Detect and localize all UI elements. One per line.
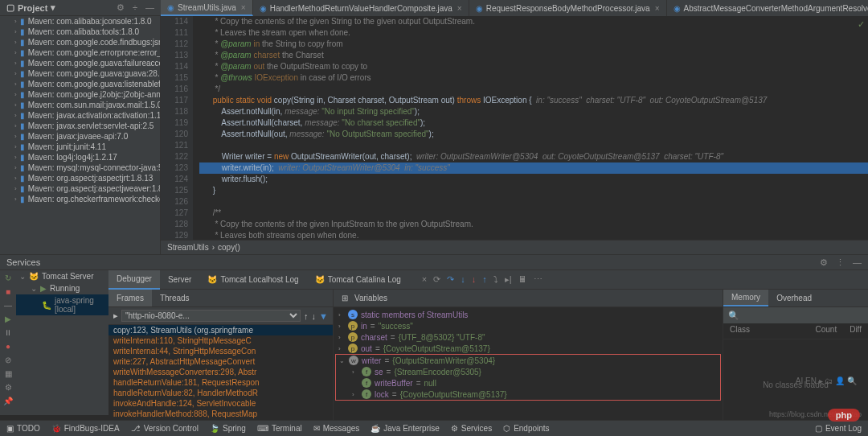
breadcrumb-method[interactable]: copy(): [218, 243, 240, 252]
services-label[interactable]: Services: [6, 257, 40, 267]
stack-frame[interactable]: writeInternal:44, StringHttpMessageCon: [108, 346, 333, 356]
library-tree-item[interactable]: ›▮Maven: mysql:mysql-connector-java:5.1.…: [0, 162, 160, 173]
trace-icon[interactable]: ⋯: [534, 274, 542, 285]
debug-sub-tab[interactable]: 🐱Tomcat Localhost Log: [199, 270, 306, 290]
drop-frame-icon[interactable]: ⤵: [493, 274, 498, 285]
variable-item[interactable]: fwriteBuffer = null: [336, 377, 720, 389]
debug-sub-tab[interactable]: Server: [160, 270, 199, 290]
project-tree[interactable]: ›▮Maven: com.alibaba:jconsole:1.8.0›▮Mav…: [0, 16, 161, 257]
variable-item[interactable]: ›flock = {CoyoteOutputStream@5137}: [336, 389, 720, 400]
library-tree-item[interactable]: ›▮Maven: com.google.j2objc:j2objc-annota…: [0, 89, 160, 100]
evaluate-icon[interactable]: 🖩: [518, 274, 527, 285]
bottom-tool-button[interactable]: 🐞FindBugs-IDEA: [51, 424, 120, 433]
stop-icon[interactable]: ■: [6, 287, 10, 296]
library-tree-item[interactable]: ›▮Maven: javax.activation:activation:1.1: [0, 110, 160, 121]
breadcrumb-class[interactable]: StreamUtils: [167, 243, 209, 252]
view-breakpoints-icon[interactable]: ●: [6, 342, 10, 351]
pause-icon[interactable]: ⏸: [4, 328, 12, 337]
breadcrumb[interactable]: StreamUtils › copy(): [161, 240, 868, 254]
run-configs-tree[interactable]: ⌄🐱Tomcat Server ⌄▶Running 🐛java-spring […: [16, 270, 108, 415]
library-tree-item[interactable]: ›▮Maven: com.alibaba:tools:1.8.0: [0, 27, 160, 37]
library-tree-item[interactable]: ›▮Maven: com.sun.mail:javax.mail:1.5.0: [0, 100, 160, 110]
bottom-tool-button[interactable]: ✉Messages: [313, 424, 360, 433]
library-tree-item[interactable]: ›▮Maven: com.google.guava:failureaccess:…: [0, 58, 160, 68]
bottom-tool-button[interactable]: ⌨Terminal: [257, 424, 302, 433]
library-tree-item[interactable]: ›▮Maven: javax.servlet:servlet-api:2.5: [0, 121, 160, 131]
stack-frame[interactable]: writeWithMessageConverters:298, Abstr: [108, 367, 333, 377]
variable-item[interactable]: ›pin = "success": [335, 320, 721, 331]
stack-frame[interactable]: copy:123, StreamUtils (org.springframe: [108, 325, 333, 335]
filter-icon[interactable]: ⟳: [433, 274, 440, 285]
stack-frame[interactable]: invokeAndHandle:124, ServletInvocable: [108, 398, 333, 409]
variable-item[interactable]: ›pout = {CoyoteOutputStream@5137}: [335, 343, 721, 354]
variables-tree[interactable]: ›sstatic members of StreamUtils›pin = "s…: [334, 307, 723, 430]
project-tool-window-header[interactable]: ▢ Project ▾: [0, 2, 62, 13]
code-editor[interactable]: 1141111121131141151161171181191201211221…: [161, 16, 868, 257]
bottom-tool-button[interactable]: ⎇Version Control: [131, 424, 199, 433]
debug-sub-tab[interactable]: 🐱Tomcat Catalina Log: [307, 270, 409, 290]
memory-tab[interactable]: Memory: [723, 290, 768, 306]
close-tab-icon[interactable]: ×: [241, 3, 246, 12]
variable-item[interactable]: ›sstatic members of StreamUtils: [335, 309, 721, 320]
bottom-tool-button[interactable]: ▣TODO: [6, 424, 40, 433]
threads-tab[interactable]: Threads: [152, 290, 198, 306]
frames-tab[interactable]: Frames: [108, 290, 152, 306]
step-over-icon[interactable]: ↷: [447, 274, 454, 285]
stack-frame[interactable]: handleReturnValue:181, RequestRespon: [108, 377, 333, 388]
stack-frame[interactable]: handleReturnValue:82, HandlerMethodR: [108, 388, 333, 398]
variable-item[interactable]: ›fse = {StreamEncoder@5305}: [336, 366, 720, 377]
col-class[interactable]: Class: [723, 323, 809, 339]
mute-icon[interactable]: ⊘: [5, 356, 11, 364]
thread-selector[interactable]: "http-nio-8080-e...: [121, 310, 301, 322]
close-tab-icon[interactable]: ×: [457, 4, 462, 13]
debug-sub-tab[interactable]: Debugger: [108, 270, 160, 290]
library-tree-item[interactable]: ›▮Maven: com.google.guava:guava:28.0-jre: [0, 68, 160, 79]
code-area[interactable]: * Copy the contents of the given String …: [193, 16, 868, 257]
tools-icon[interactable]: ⊞: [342, 294, 348, 302]
editor-tab[interactable]: ◉AbstractMessageConverterMethodArgumentR…: [667, 0, 868, 16]
library-tree-item[interactable]: ›▮Maven: log4j:log4j:1.2.17: [0, 152, 160, 162]
layout-icon[interactable]: ▦: [5, 369, 12, 378]
hide-icon[interactable]: —: [853, 257, 862, 268]
settings-icon[interactable]: ⚙: [117, 2, 125, 13]
rerun-icon[interactable]: ↻: [5, 274, 11, 282]
editor-tab[interactable]: ◉StreamUtils.java×: [161, 0, 253, 16]
bottom-tool-button[interactable]: 🍃Spring: [210, 424, 246, 433]
force-step-icon[interactable]: ↓: [472, 274, 477, 285]
frames-list[interactable]: copy:123, StreamUtils (org.springframewr…: [108, 325, 333, 430]
editor-tab[interactable]: ◉RequestResponseBodyMethodProcessor.java…: [469, 0, 667, 16]
hide-icon[interactable]: —: [145, 2, 154, 13]
memory-search[interactable]: 🔍: [723, 307, 868, 323]
library-tree-item[interactable]: ›▮Maven: com.google.code.findbugs:jsr305…: [0, 37, 160, 47]
library-tree-item[interactable]: ›▮Maven: com.google.errorprone:error_pro…: [0, 47, 160, 58]
step-out-icon[interactable]: ↑: [482, 274, 487, 285]
stack-frame[interactable]: write:227, AbstractHttpMessageConvert: [108, 356, 333, 367]
variable-item[interactable]: ⌄wwriter = {OutputStreamWriter@5304}: [336, 355, 720, 366]
library-tree-item[interactable]: ›▮Maven: org.aspectj:aspectjweaver:1.8.1…: [0, 183, 160, 194]
pin-icon[interactable]: 📌: [3, 397, 13, 405]
run-to-cursor-icon[interactable]: ▸|: [505, 274, 512, 285]
event-log-button[interactable]: ▢ Event Log: [815, 424, 862, 433]
prev-icon[interactable]: ↑: [304, 311, 309, 321]
stack-frame[interactable]: invokeHandlerMethod:888, RequestMap: [108, 409, 333, 419]
bottom-tool-button[interactable]: ⬡Endpoints: [503, 424, 549, 433]
close-tab-icon[interactable]: ×: [655, 4, 660, 13]
col-count[interactable]: Count: [809, 323, 843, 339]
settings-icon[interactable]: ⚙: [820, 257, 828, 268]
filter-icon[interactable]: ▼: [319, 311, 328, 321]
close-tab-icon[interactable]: ×: [422, 274, 427, 285]
next-icon[interactable]: ↓: [312, 311, 317, 321]
step-into-icon[interactable]: ↓: [461, 274, 465, 285]
editor-tab[interactable]: ◉HandlerMethodReturnValueHandlerComposit…: [253, 0, 469, 16]
bottom-tool-button[interactable]: ☕Java Enterprise: [371, 424, 439, 433]
resume-icon[interactable]: ▶: [5, 315, 11, 323]
stack-frame[interactable]: writeInternal:110, StringHttpMessageC: [108, 335, 333, 346]
variable-item[interactable]: ›pcharset = {UTF_8@5302} "UTF-8": [335, 331, 721, 343]
library-tree-item[interactable]: ›▮Maven: junit:junit:4.11: [0, 142, 160, 152]
variables-tab[interactable]: Variables: [354, 294, 387, 302]
library-tree-item[interactable]: ›▮Maven: com.google.guava:listenablefutu…: [0, 79, 160, 89]
library-tree-item[interactable]: ›▮Maven: org.aspectj:aspectjrt:1.8.13: [0, 173, 160, 183]
library-tree-item[interactable]: ›▮Maven: com.alibaba:jconsole:1.8.0: [0, 16, 160, 27]
more-icon[interactable]: ⋮: [836, 257, 845, 268]
library-tree-item[interactable]: ›▮Maven: javax:javaee-api:7.0: [0, 131, 160, 142]
